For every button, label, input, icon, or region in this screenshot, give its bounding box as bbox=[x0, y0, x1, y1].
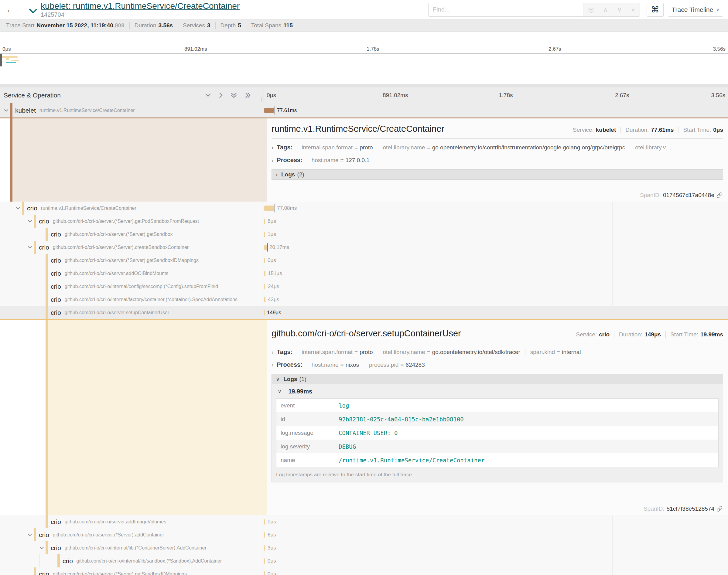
minimap-scrubber-handle[interactable] bbox=[0, 54, 2, 66]
expand-all-icon[interactable] bbox=[245, 92, 251, 98]
process-item: host.name=127.0.0.1 bbox=[307, 157, 374, 164]
service-color-bar bbox=[45, 541, 48, 554]
span-row-getsandboxidmappings[interactable]: crio github.com/cri-o/cri-o/server.(*Ser… bbox=[0, 254, 728, 267]
span-id-value: 0174567d17a0448e bbox=[663, 192, 714, 199]
collapse-trace-chevron-icon[interactable] bbox=[29, 9, 37, 15]
collapse-one-icon[interactable] bbox=[205, 93, 211, 97]
trace-title-link[interactable]: kubelet: runtime.v1.RuntimeService/Creat… bbox=[41, 1, 240, 11]
span-row-sandbox-addcontainer[interactable]: crio github.com/cri-o/cri-o/internal/lib… bbox=[0, 554, 728, 567]
span-row-addimagevolumes[interactable]: crio github.com/cri-o/cri-o/server.addIm… bbox=[0, 515, 728, 528]
trace-view-selector[interactable]: Trace Timeline ∨ bbox=[668, 3, 723, 17]
span-bar[interactable] bbox=[264, 532, 265, 538]
service-name: crio bbox=[51, 270, 61, 277]
span-bar[interactable] bbox=[264, 571, 265, 575]
minimap-canvas[interactable] bbox=[0, 54, 728, 83]
operation-name: github.com/cri-o/cri-o/server.(*Server).… bbox=[65, 258, 199, 263]
chevron-down-icon[interactable] bbox=[38, 546, 45, 549]
span-bar[interactable] bbox=[264, 108, 274, 113]
find-prev-icon[interactable]: ∧ bbox=[603, 6, 608, 13]
tag-item: internal.span.format=proto bbox=[297, 349, 377, 356]
span-bar[interactable] bbox=[264, 558, 265, 564]
tags-accordion[interactable]: › Tags: internal.span.format=proto otel.… bbox=[271, 348, 723, 356]
tags-accordion[interactable]: › Tags: internal.span.format=proto otel.… bbox=[271, 143, 723, 151]
chevron-down-icon[interactable] bbox=[26, 533, 34, 536]
span-row-crio-createcontainer[interactable]: crio runtime.v1.RuntimeService/CreateCon… bbox=[0, 202, 728, 215]
process-accordion[interactable]: › Process: host.name=127.0.0.1 bbox=[271, 156, 723, 164]
minimap-tick: 2.67s bbox=[549, 46, 561, 52]
log-field-row: id92b82381-025c-4a64-815c-ba2e1bb08100 bbox=[276, 412, 718, 426]
service-name: crio bbox=[39, 244, 49, 251]
detail-start-time: Start Time:19.99ms bbox=[665, 331, 723, 338]
span-bar[interactable] bbox=[264, 206, 274, 211]
log-field-row: name/runtime.v1.RuntimeService/CreateCon… bbox=[276, 453, 718, 467]
service-name: crio bbox=[63, 557, 73, 565]
copy-link-icon[interactable] bbox=[717, 506, 723, 512]
service-name: crio bbox=[51, 231, 61, 238]
span-bar[interactable] bbox=[264, 310, 265, 315]
log-entry-toggle[interactable]: ∨ 19.99ms bbox=[276, 384, 719, 398]
operation-name: github.com/cri-o/cri-o/server.(*Server).… bbox=[65, 232, 173, 237]
keyboard-shortcuts-button[interactable]: ⌘ bbox=[647, 3, 664, 17]
span-bar[interactable] bbox=[264, 218, 265, 224]
chevron-down-icon[interactable] bbox=[26, 220, 34, 223]
span-bar[interactable] bbox=[264, 297, 265, 302]
service-color-bar bbox=[57, 554, 60, 567]
span-row-setupcontaineruser[interactable]: crio github.com/cri-o/cri-o/server.setup… bbox=[0, 306, 728, 319]
operation-name: runtime.v1.RuntimeService/CreateContaine… bbox=[41, 206, 136, 211]
collapse-all-icon[interactable] bbox=[231, 92, 237, 98]
span-duration: 20.17ms bbox=[269, 244, 289, 250]
span-row-addcontainer[interactable]: crio github.com/cri-o/cri-o/server.(*Ser… bbox=[0, 528, 728, 541]
find-next-icon[interactable]: ∨ bbox=[617, 6, 622, 13]
minimap-span-bar bbox=[2, 56, 18, 58]
service-name: kubelet bbox=[15, 107, 36, 114]
minimap-ruler: 0μs 891.02ms 1.78s 2.67s 3.56s bbox=[0, 46, 728, 53]
tag-item: internal.span.format=proto bbox=[297, 144, 377, 151]
span-row-containerserver-addcontainer[interactable]: crio github.com/cri-o/cri-o/internal/lib… bbox=[0, 541, 728, 554]
span-bar[interactable] bbox=[264, 232, 265, 237]
span-bar[interactable] bbox=[264, 258, 265, 263]
span-bar[interactable] bbox=[264, 284, 265, 289]
log-entry-timestamp: 19.99ms bbox=[288, 388, 312, 395]
chevron-down-icon[interactable] bbox=[26, 246, 34, 249]
span-row-specaddannotations[interactable]: crio github.com/cri-o/cri-o/internal/fac… bbox=[0, 293, 728, 306]
span-row-createsandboxcontainer[interactable]: crio github.com/cri-o/cri-o/server.(*Ser… bbox=[0, 241, 728, 254]
chevron-right-icon: › bbox=[271, 362, 273, 368]
span-duration: 149μs bbox=[267, 310, 281, 316]
process-item: host.name=nixos bbox=[307, 362, 364, 368]
find-clear-icon[interactable]: × bbox=[631, 6, 635, 13]
span-row-getsandboxidmappings-2[interactable]: crio github.com/cri-o/cri-o/server.(*Ser… bbox=[0, 567, 728, 575]
chevron-down-icon: ∨ bbox=[277, 388, 282, 395]
span-row-kubelet-createcontainer[interactable]: kubelet runtime.v1.RuntimeService/Create… bbox=[0, 103, 728, 117]
span-row-getsandbox[interactable]: crio github.com/cri-o/cri-o/server.(*Ser… bbox=[0, 228, 728, 241]
service-color-bar bbox=[45, 254, 48, 267]
span-row-getpodsandboxfromrequest[interactable]: crio github.com/cri-o/cri-o/server.(*Ser… bbox=[0, 215, 728, 228]
process-accordion[interactable]: › Process: host.name=nixos process.pid=6… bbox=[271, 361, 723, 369]
span-bar[interactable] bbox=[264, 519, 265, 525]
logs-accordion[interactable]: › Logs (2) bbox=[271, 169, 723, 180]
find-locate-icon[interactable]: ◎ bbox=[588, 6, 593, 13]
chevron-down-icon[interactable] bbox=[14, 207, 22, 210]
span-bar[interactable] bbox=[264, 271, 265, 276]
service-color-bar bbox=[22, 202, 24, 215]
expand-one-icon[interactable] bbox=[219, 92, 223, 98]
minimap-tick: 3.56s bbox=[713, 46, 726, 52]
logs-accordion[interactable]: ∨ Logs (1) bbox=[271, 374, 723, 384]
chevron-down-icon[interactable] bbox=[2, 109, 10, 112]
service-name: crio bbox=[51, 296, 61, 303]
column-resizer-handle[interactable] bbox=[260, 97, 263, 102]
copy-link-icon[interactable] bbox=[717, 192, 723, 198]
service-color-bar bbox=[45, 280, 48, 293]
span-duration: 77.61ms bbox=[277, 107, 297, 113]
span-row-addocibindmounts[interactable]: crio github.com/cri-o/cri-o/server.addOC… bbox=[0, 267, 728, 280]
chevron-right-icon: › bbox=[271, 144, 273, 151]
trace-services: Services 3 bbox=[178, 22, 215, 29]
span-bar[interactable] bbox=[264, 545, 265, 551]
detail-start-time: Start Time:0μs bbox=[678, 127, 723, 133]
back-button[interactable]: ← bbox=[3, 2, 18, 17]
span-row-seccomp-setupfromfield[interactable]: crio github.com/cri-o/cri-o/internal/con… bbox=[0, 280, 728, 293]
log-field-row: log.severityDEBUG bbox=[276, 440, 718, 453]
span-id-row: SpanID: 0174567d17a0448e bbox=[640, 192, 723, 199]
find-input[interactable] bbox=[429, 3, 583, 16]
span-bar[interactable] bbox=[264, 245, 267, 250]
trace-duration: Duration 3.56s bbox=[129, 22, 178, 29]
